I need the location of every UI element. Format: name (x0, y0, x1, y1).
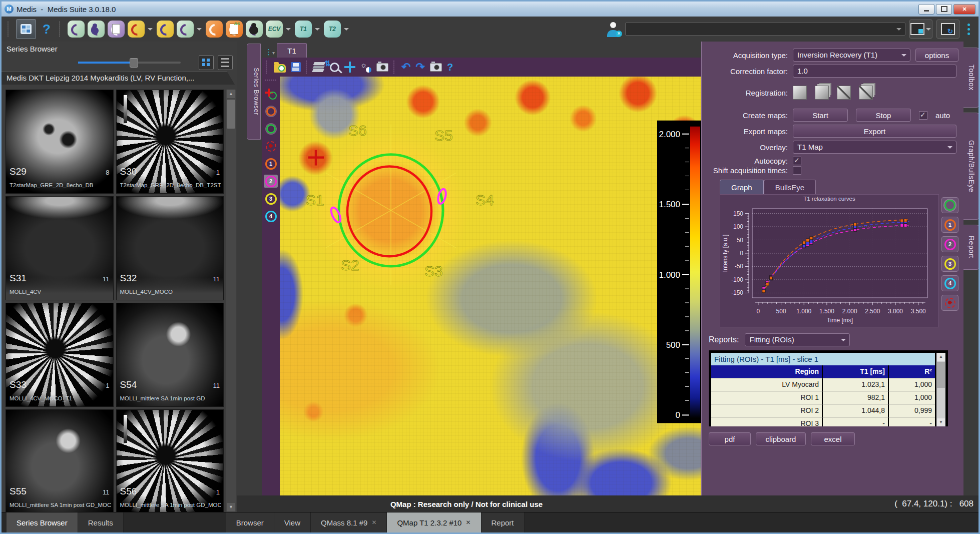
patient-study-tab[interactable]: Medis DKT Leipzig 2014 Myokarditis (LV, … (2, 71, 235, 85)
list-view-button[interactable] (218, 55, 233, 70)
reset-layout-button[interactable] (936, 20, 959, 39)
roi3-curve-button[interactable]: 3 (941, 256, 958, 272)
tab-results[interactable]: Results (78, 512, 124, 532)
series-browser-layout-button[interactable] (16, 19, 36, 39)
scrollbar-thumb[interactable] (227, 100, 235, 129)
toolbar-drag-handle[interactable] (59, 22, 63, 37)
package-app-icon[interactable] (128, 21, 145, 38)
scroll-up-icon[interactable]: ▲ (937, 353, 945, 361)
roi2-marker[interactable] (329, 206, 342, 224)
roi3-button[interactable]: 3 (264, 192, 278, 205)
endo-contour-button[interactable] (264, 105, 278, 118)
qangio-app-icon[interactable] (177, 21, 194, 38)
series-thumbnail[interactable]: S30 1 T2starMap_GRE_2D_8echo_DB_T2STAR (116, 90, 224, 194)
t1-relaxation-chart[interactable]: 150100500-50-100-15005001.0001.5002.0002… (720, 204, 937, 324)
qmass-app-icon[interactable] (68, 21, 85, 38)
autocopy-checkbox[interactable] (793, 157, 801, 165)
series-thumbnail[interactable]: S54 11 MOLLI_mittlere SA 1min post GD (116, 303, 224, 407)
registration-single-icon[interactable] (793, 86, 807, 100)
chevron-down-icon[interactable] (315, 28, 320, 33)
zoom-icon[interactable] (330, 63, 339, 72)
correction-factor-input[interactable]: 1.0 (793, 65, 956, 78)
toolbar-drag-handle[interactable] (393, 61, 396, 74)
minimize-button[interactable] (918, 4, 934, 15)
stack-scroll-icon[interactable] (313, 62, 326, 65)
help-icon[interactable]: ? (39, 22, 54, 37)
tab-toolbox[interactable]: Toolbox (963, 48, 979, 108)
tab-graph[interactable]: Graph (720, 180, 764, 194)
epi-curve-button[interactable] (941, 197, 958, 213)
series-thumbnail[interactable]: S32 11 MOLLI_4CV_MOCO (116, 196, 224, 300)
viewer-help-icon[interactable]: ? (447, 62, 453, 73)
toolbar-drag-handle[interactable] (8, 22, 11, 37)
scroll-down-icon[interactable]: ▼ (937, 418, 945, 426)
roi2-curve-button[interactable]: 2 (941, 236, 958, 252)
roi1-curve-button[interactable]: 1 (941, 217, 958, 233)
chevron-down-icon[interactable] (197, 28, 202, 33)
qdicom-app-icon[interactable] (226, 21, 243, 38)
pan-icon[interactable] (344, 62, 355, 73)
shift-times-checkbox[interactable] (793, 166, 801, 175)
clipboard-button[interactable]: clipboard (756, 432, 806, 445)
scroll-up-icon[interactable]: ▲ (227, 90, 235, 98)
reports-select[interactable]: Fitting (ROIs) (745, 333, 850, 346)
report-app-icon[interactable] (108, 21, 125, 38)
chevron-down-icon[interactable] (286, 28, 291, 33)
tab-qmass[interactable]: QMass 8.1 #9✕ (311, 512, 387, 532)
toolbar-drag-handle[interactable] (266, 61, 269, 74)
series-thumbnail[interactable]: S56 1 MOLLI_mittlere SA 1min post GD_MOC… (116, 409, 224, 512)
add-roi-button[interactable] (264, 87, 278, 100)
auto-checkbox[interactable] (919, 111, 927, 120)
tab-browser[interactable]: Browser (226, 512, 274, 532)
viewer-tab-t1[interactable]: T1 (277, 43, 307, 58)
toolbar-drag-handle[interactable] (265, 80, 276, 82)
scrollbar-thumb[interactable] (937, 362, 945, 388)
search-combobox[interactable] (625, 23, 905, 36)
tab-graph-bullseye[interactable]: Graph/BullsEye (963, 113, 979, 220)
registration-single-off-icon[interactable] (837, 86, 851, 100)
grid-view-button[interactable] (199, 55, 214, 70)
reference-cross-icon[interactable] (308, 150, 324, 166)
maximize-button[interactable] (936, 4, 952, 15)
stop-button[interactable]: Stop (856, 109, 911, 122)
toolbar-drag-handle[interactable] (306, 61, 309, 74)
pdf-button[interactable]: pdf (709, 432, 751, 445)
table-row[interactable]: ROI 1 982,1 1,000 (711, 391, 935, 404)
t1-map-image[interactable]: S1 S2 S3 S4 S5 S6 (280, 77, 701, 495)
series-browser-side-tab[interactable]: Series Browser (247, 44, 261, 140)
series-scrollbar[interactable]: ▲ ▼ (226, 90, 236, 511)
slider-knob[interactable] (130, 58, 138, 68)
redo-icon[interactable]: ↷ (415, 62, 424, 72)
series-thumbnail[interactable]: S31 11 MOLLI_4CV (6, 196, 114, 300)
close-icon[interactable]: ✕ (465, 519, 470, 526)
roi4-curve-button[interactable]: 4 (941, 275, 958, 291)
tab-qmap-t1[interactable]: QMap T1 2.3.2 #10✕ (387, 512, 481, 532)
chevron-down-icon[interactable] (344, 28, 349, 33)
qstrain-app-icon[interactable] (88, 21, 105, 38)
registration-stack-off-icon[interactable] (859, 86, 873, 100)
roi1-button[interactable]: 1 (264, 157, 278, 170)
tab-series-browser[interactable]: Series Browser (7, 512, 78, 532)
series-thumbnail[interactable]: S55 11 MOLLI_mittlere SA 1min post GD_MO… (6, 409, 114, 512)
t1-app-icon[interactable]: T1 (295, 21, 312, 38)
chevron-down-icon[interactable] (148, 28, 153, 33)
blood-pool-button[interactable] (264, 140, 278, 153)
epi-contour-button[interactable] (264, 122, 278, 135)
table-scrollbar[interactable]: ▲ ▼ (936, 353, 945, 426)
roi4-button[interactable]: 4 (264, 210, 278, 223)
open-study-icon[interactable] (274, 64, 286, 73)
t2-app-icon[interactable]: T2 (324, 21, 341, 38)
undo-icon[interactable]: ↶ (401, 62, 410, 72)
start-button[interactable]: Start (793, 109, 848, 122)
qflow-app-icon[interactable] (157, 21, 174, 38)
series-thumbnail[interactable]: S33 1 MOLLI_4CV_MOCO_T1 (6, 303, 114, 407)
viewer-menu-icon[interactable]: ⋮ (265, 48, 275, 57)
overflow-menu-icon[interactable] (967, 24, 970, 35)
acquisition-type-select[interactable]: Inversion Recovery (T1) (793, 49, 910, 62)
ecv-app-icon[interactable]: ECV (266, 21, 283, 38)
tab-report[interactable]: Report (963, 225, 979, 270)
user-logout-icon[interactable] (606, 21, 621, 37)
tab-bullseye[interactable]: BullsEye (764, 180, 816, 194)
scroll-down-icon[interactable]: ▼ (227, 503, 235, 511)
thumbnail-size-slider[interactable] (78, 62, 181, 64)
